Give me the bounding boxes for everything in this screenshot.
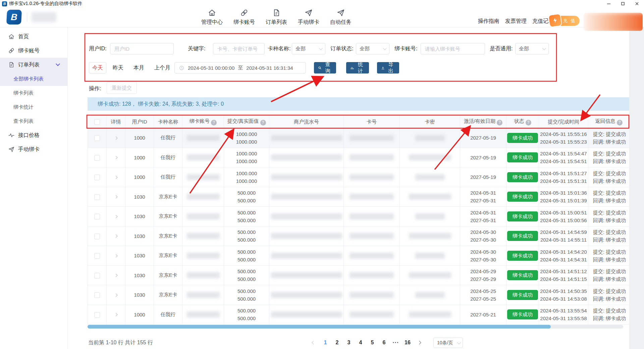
cell-status: 绑卡成功 bbox=[506, 265, 539, 285]
status-badge: 绑卡成功 bbox=[507, 211, 538, 221]
quick-range-today[interactable]: 今天 bbox=[89, 62, 106, 73]
quick-range-yesterday[interactable]: 昨天 bbox=[113, 64, 123, 71]
page-button-2[interactable]: 2 bbox=[332, 337, 342, 348]
page-button-1[interactable]: 1 bbox=[320, 337, 330, 348]
horizontal-scrollbar-track[interactable] bbox=[88, 325, 623, 329]
minimize-button[interactable] bbox=[602, 0, 616, 7]
expand-row-button[interactable] bbox=[113, 252, 119, 259]
quick-range-last-month[interactable]: 上个月 bbox=[154, 64, 170, 71]
help-icon[interactable]: ? bbox=[526, 120, 531, 126]
universal-select[interactable]: 全部 bbox=[515, 43, 549, 54]
sidebar-item-home[interactable]: 首页 bbox=[0, 30, 67, 44]
expand-row-button[interactable] bbox=[113, 292, 119, 298]
cell-active-expire-date: 2024-05-292027-05-29 bbox=[460, 265, 506, 285]
maximize-button[interactable] bbox=[616, 0, 630, 7]
expand-row-button[interactable] bbox=[113, 174, 119, 181]
nav-item-bind-accounts[interactable]: 绑卡账号 bbox=[233, 8, 256, 26]
order-status-select[interactable]: 全部 bbox=[356, 43, 389, 54]
chevron-right-icon bbox=[114, 136, 118, 140]
keyword-input[interactable] bbox=[213, 43, 265, 54]
page-button-5[interactable]: 5 bbox=[367, 337, 377, 348]
expand-row-button[interactable] bbox=[113, 194, 119, 200]
date-separator: 至 bbox=[238, 65, 243, 71]
cell-user-id: 1000 bbox=[125, 305, 154, 325]
help-icon[interactable]: ? bbox=[497, 120, 502, 126]
expand-row-button[interactable] bbox=[113, 272, 119, 279]
sidebar-subitem-all-bind-list[interactable]: 全部绑卡列表 bbox=[0, 72, 67, 86]
cell-face-value: 500.000500.000 bbox=[224, 246, 269, 266]
row-checkbox[interactable] bbox=[94, 214, 100, 219]
sidebar-item-manual-bind[interactable]: 手动绑卡 bbox=[0, 142, 67, 156]
expand-row-button[interactable] bbox=[113, 233, 119, 240]
row-checkbox[interactable] bbox=[94, 253, 100, 259]
page-ellipsis[interactable]: ··· bbox=[391, 337, 401, 348]
sidebar-subitem-label: 绑卡统计 bbox=[13, 104, 34, 110]
user-id-input[interactable] bbox=[110, 43, 174, 54]
select-all-checkbox[interactable] bbox=[94, 119, 100, 125]
quick-range-this-month[interactable]: 本月 bbox=[133, 64, 144, 71]
chevron-down-icon bbox=[383, 46, 387, 50]
nav-item-manual-bind[interactable]: 手动绑卡 bbox=[297, 8, 320, 26]
sidebar-subitem-label: 绑卡列表 bbox=[13, 90, 34, 96]
cell-submit-finish-time: 2024-05-31 14:54:592024-05-31 14:55:11 bbox=[539, 226, 588, 246]
stats-button[interactable]: 统 计 bbox=[346, 62, 369, 73]
redacted-value bbox=[187, 292, 220, 298]
expand-row-button[interactable] bbox=[113, 213, 119, 220]
prev-page-button[interactable] bbox=[309, 337, 319, 348]
sidebar-subitem-bind-stats[interactable]: 绑卡统计 bbox=[0, 100, 67, 114]
sidebar-item-label: 绑卡账号 bbox=[18, 47, 40, 54]
expand-row-button[interactable] bbox=[113, 135, 119, 141]
close-button[interactable] bbox=[630, 0, 644, 7]
horizontal-scrollbar-thumb[interactable] bbox=[88, 325, 551, 329]
cell-submit-finish-time: 2024-05-31 14:51:122024-05-31 14:51:15 bbox=[539, 265, 588, 285]
page-button-last[interactable]: 16 bbox=[402, 337, 413, 348]
sidebar-item-api-price[interactable]: 接口价格 bbox=[0, 128, 67, 142]
cell-return-info: 提交: 提交成功回调: 绑卡成功 bbox=[588, 285, 630, 305]
row-checkbox[interactable] bbox=[94, 234, 100, 239]
page-button-6[interactable]: 6 bbox=[379, 337, 389, 348]
page-button-3[interactable]: 3 bbox=[344, 337, 354, 348]
row-checkbox[interactable] bbox=[94, 135, 100, 141]
redacted-value bbox=[350, 213, 394, 219]
nav-item-order-list[interactable]: 订单列表 bbox=[265, 8, 288, 26]
date-end-value: 2024-05-31 16:31:34 bbox=[246, 65, 293, 71]
export-button[interactable]: 导 出 bbox=[377, 62, 399, 73]
sidebar-subitem-bind-list[interactable]: 绑卡列表 bbox=[0, 86, 67, 100]
recharge-button[interactable]: 充 值 bbox=[554, 16, 580, 26]
link-invoice-management[interactable]: 发票管理 bbox=[505, 18, 527, 25]
help-icon[interactable]: ? bbox=[211, 120, 217, 126]
redacted-account-info[interactable] bbox=[584, 13, 643, 31]
redacted-value bbox=[350, 135, 394, 141]
row-checkbox[interactable] bbox=[94, 194, 100, 200]
date-range-picker[interactable]: 2024-05-31 00:00:00 至 2024-05-31 16:31:3… bbox=[174, 62, 306, 73]
nav-item-auto-tasks[interactable]: 自动任务 bbox=[329, 8, 352, 26]
next-page-button[interactable] bbox=[414, 337, 424, 348]
row-checkbox[interactable] bbox=[94, 292, 100, 298]
cell-face-value: 500.000500.000 bbox=[224, 207, 269, 227]
help-icon[interactable]: ? bbox=[260, 120, 266, 126]
cell-submit-finish-time: 2024-05-31 15:54:472024-05-31 15:54:51 bbox=[539, 148, 588, 167]
status-badge: 绑卡成功 bbox=[507, 133, 538, 143]
page-size-select[interactable]: 10条/页 bbox=[433, 338, 463, 348]
row-checkbox[interactable] bbox=[94, 155, 100, 161]
sidebar-item-order-list[interactable]: 订单列表 bbox=[0, 58, 67, 72]
resubmit-button[interactable]: 重新提交 bbox=[107, 82, 137, 94]
link-operation-guide[interactable]: 操作指南 bbox=[478, 18, 499, 25]
cell-face-value: 500.000500.000 bbox=[224, 226, 269, 246]
bind-account-input[interactable] bbox=[421, 43, 485, 54]
sidebar-item-bind-accounts[interactable]: 绑卡账号 bbox=[0, 44, 67, 58]
page-button-4[interactable]: 4 bbox=[356, 337, 366, 348]
row-checkbox[interactable] bbox=[94, 312, 100, 318]
row-checkbox[interactable] bbox=[94, 273, 100, 279]
universal-value: 全部 bbox=[519, 46, 529, 52]
col-bind-account: 绑卡账号? bbox=[182, 116, 224, 128]
nav-item-management-center[interactable]: 管理中心 bbox=[201, 8, 223, 26]
query-button[interactable]: 查 询 bbox=[314, 62, 336, 73]
row-checkbox[interactable] bbox=[94, 174, 100, 180]
expand-row-button[interactable] bbox=[113, 311, 119, 318]
cell-status: 绑卡成功 bbox=[506, 148, 539, 167]
sidebar-subitem-card-query-list[interactable]: 查卡列表 bbox=[0, 114, 67, 128]
help-icon[interactable]: ? bbox=[617, 120, 623, 126]
expand-row-button[interactable] bbox=[113, 154, 119, 161]
card-type-select[interactable]: 全部 bbox=[292, 43, 325, 54]
